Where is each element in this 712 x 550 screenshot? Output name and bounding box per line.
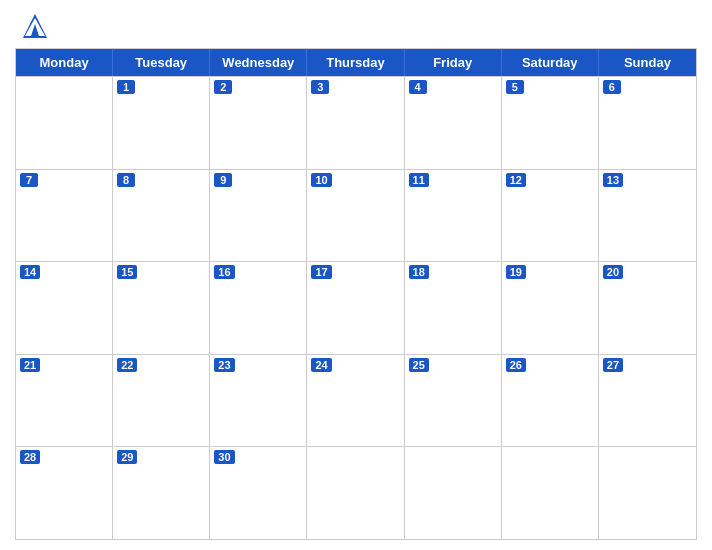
day-number: 16	[214, 265, 234, 279]
day-cell-21: 21	[16, 355, 113, 447]
week-row-4: 21222324252627	[16, 354, 696, 447]
day-number: 3	[311, 80, 329, 94]
calendar-weeks: 1234567891011121314151617181920212223242…	[16, 76, 696, 539]
day-header-tuesday: Tuesday	[113, 49, 210, 76]
day-number: 15	[117, 265, 137, 279]
day-cell-5: 5	[502, 77, 599, 169]
day-cell-14: 14	[16, 262, 113, 354]
day-number: 24	[311, 358, 331, 372]
day-cell-empty-4-5	[502, 447, 599, 539]
day-number: 8	[117, 173, 135, 187]
day-cell-15: 15	[113, 262, 210, 354]
day-cell-1: 1	[113, 77, 210, 169]
day-cell-30: 30	[210, 447, 307, 539]
day-cell-empty-4-3	[307, 447, 404, 539]
day-number: 26	[506, 358, 526, 372]
day-number: 28	[20, 450, 40, 464]
day-cell-12: 12	[502, 170, 599, 262]
day-cell-empty-4-4	[405, 447, 502, 539]
day-number: 30	[214, 450, 234, 464]
day-cell-3: 3	[307, 77, 404, 169]
day-number: 29	[117, 450, 137, 464]
day-cell-2: 2	[210, 77, 307, 169]
day-number: 9	[214, 173, 232, 187]
day-number: 18	[409, 265, 429, 279]
day-number: 19	[506, 265, 526, 279]
day-cell-22: 22	[113, 355, 210, 447]
day-cell-24: 24	[307, 355, 404, 447]
day-header-monday: Monday	[16, 49, 113, 76]
day-header-wednesday: Wednesday	[210, 49, 307, 76]
day-header-friday: Friday	[405, 49, 502, 76]
day-cell-6: 6	[599, 77, 696, 169]
day-cell-18: 18	[405, 262, 502, 354]
day-cell-27: 27	[599, 355, 696, 447]
day-number: 10	[311, 173, 331, 187]
day-cell-empty-4-6	[599, 447, 696, 539]
day-cell-19: 19	[502, 262, 599, 354]
day-cell-23: 23	[210, 355, 307, 447]
calendar-grid: MondayTuesdayWednesdayThursdayFridaySatu…	[15, 48, 697, 540]
day-cell-10: 10	[307, 170, 404, 262]
day-number: 5	[506, 80, 524, 94]
day-number: 20	[603, 265, 623, 279]
day-number: 23	[214, 358, 234, 372]
day-number: 12	[506, 173, 526, 187]
week-row-1: 123456	[16, 76, 696, 169]
week-row-3: 14151617181920	[16, 261, 696, 354]
day-number: 6	[603, 80, 621, 94]
day-number: 11	[409, 173, 429, 187]
calendar-page: MondayTuesdayWednesdayThursdayFridaySatu…	[0, 0, 712, 550]
logo-icon	[19, 10, 51, 42]
day-header-sunday: Sunday	[599, 49, 696, 76]
day-cell-7: 7	[16, 170, 113, 262]
week-row-5: 282930	[16, 446, 696, 539]
day-header-saturday: Saturday	[502, 49, 599, 76]
day-number: 14	[20, 265, 40, 279]
day-cell-20: 20	[599, 262, 696, 354]
week-row-2: 78910111213	[16, 169, 696, 262]
logo	[19, 10, 55, 42]
day-cell-4: 4	[405, 77, 502, 169]
day-number: 7	[20, 173, 38, 187]
day-headers-row: MondayTuesdayWednesdayThursdayFridaySatu…	[16, 49, 696, 76]
day-cell-empty-0-0	[16, 77, 113, 169]
day-number: 13	[603, 173, 623, 187]
header	[15, 10, 697, 42]
day-cell-29: 29	[113, 447, 210, 539]
day-number: 25	[409, 358, 429, 372]
day-cell-9: 9	[210, 170, 307, 262]
day-cell-8: 8	[113, 170, 210, 262]
day-cell-13: 13	[599, 170, 696, 262]
day-header-thursday: Thursday	[307, 49, 404, 76]
day-cell-25: 25	[405, 355, 502, 447]
day-number: 21	[20, 358, 40, 372]
day-number: 17	[311, 265, 331, 279]
day-number: 22	[117, 358, 137, 372]
day-number: 27	[603, 358, 623, 372]
day-cell-17: 17	[307, 262, 404, 354]
day-number: 1	[117, 80, 135, 94]
day-cell-26: 26	[502, 355, 599, 447]
day-cell-28: 28	[16, 447, 113, 539]
day-number: 2	[214, 80, 232, 94]
day-cell-11: 11	[405, 170, 502, 262]
day-cell-16: 16	[210, 262, 307, 354]
day-number: 4	[409, 80, 427, 94]
